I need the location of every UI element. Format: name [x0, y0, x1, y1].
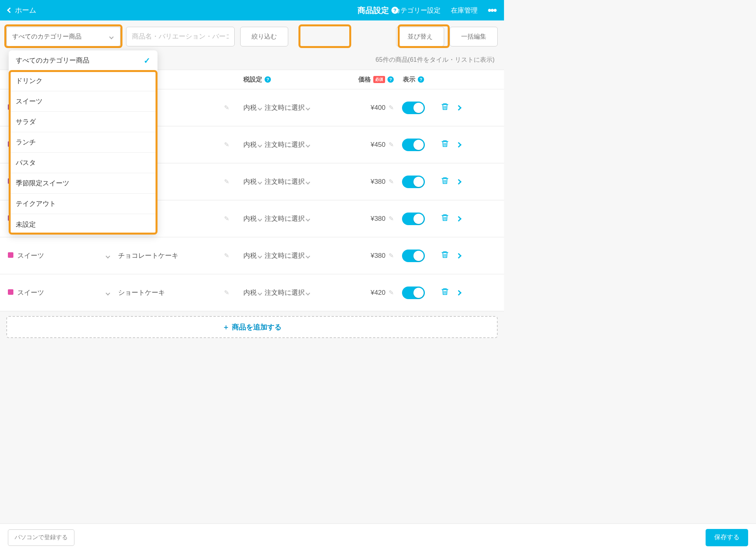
tax-timing: 注文時に選択: [265, 214, 305, 223]
add-item-label: 商品を追加する: [232, 322, 282, 332]
display-toggle[interactable]: [402, 213, 425, 225]
more-menu-icon[interactable]: •••: [488, 4, 496, 17]
tax-type: 内税: [243, 103, 257, 112]
delete-button[interactable]: [433, 213, 457, 224]
delete-button[interactable]: [433, 102, 457, 113]
dropdown-item[interactable]: スイーツ: [9, 91, 158, 112]
back-button[interactable]: ホーム: [8, 6, 36, 15]
delete-button[interactable]: [433, 250, 457, 261]
check-icon: ✓: [144, 56, 150, 65]
category-dropdown: すべてのカテゴリー商品✓ドリンクスイーツサラダランチパスタ季節限定スイーツテイク…: [9, 50, 158, 235]
price-value: ¥380: [371, 215, 385, 223]
dropdown-item-label: ドリンク: [16, 76, 43, 85]
header-nav: カテゴリー設定 在庫管理 •••: [394, 4, 496, 17]
price-value: ¥420: [371, 289, 385, 297]
chevron-down-icon: [258, 217, 262, 221]
pencil-icon: ✎: [389, 252, 394, 259]
display-cell: [394, 287, 433, 299]
dropdown-item[interactable]: パスタ: [9, 153, 158, 173]
sort-button[interactable]: 並び替え: [396, 27, 444, 46]
help-icon[interactable]: ?: [391, 7, 398, 14]
detail-arrow[interactable]: [457, 252, 472, 260]
tax-cell[interactable]: 内税 注文時に選択: [236, 140, 327, 149]
app-header: ホーム 商品設定 ? カテゴリー設定 在庫管理 •••: [0, 0, 504, 20]
tax-cell[interactable]: 内税 注文時に選択: [236, 177, 327, 186]
chevron-down-icon: [306, 143, 310, 147]
price-cell[interactable]: ¥380 ✎: [327, 215, 394, 223]
category-cell[interactable]: スイーツ: [8, 288, 118, 297]
search-input[interactable]: [126, 27, 235, 46]
dropdown-item-label: テイクアウト: [16, 199, 56, 208]
tax-timing: 注文時に選択: [265, 103, 305, 112]
chevron-right-icon: [456, 216, 461, 221]
name-cell[interactable]: ショートケーキ ✎: [118, 288, 236, 297]
delete-button[interactable]: [433, 176, 457, 187]
chevron-down-icon: [306, 254, 310, 258]
category-cell[interactable]: スイーツ: [8, 251, 118, 260]
pencil-icon: ✎: [224, 252, 229, 259]
th-tax: 税設定: [243, 76, 262, 84]
category-select[interactable]: すべてのカテゴリー商品: [6, 27, 120, 46]
tax-cell[interactable]: 内税 注文時に選択: [236, 103, 327, 112]
dropdown-item-label: サラダ: [16, 117, 36, 126]
delete-button[interactable]: [433, 139, 457, 150]
display-toggle[interactable]: [402, 139, 425, 151]
price-cell[interactable]: ¥420 ✎: [327, 289, 394, 297]
price-cell[interactable]: ¥380 ✎: [327, 178, 394, 186]
filter-button[interactable]: 絞り込む: [240, 27, 288, 46]
dropdown-item-label: 季節限定スイーツ: [16, 179, 69, 188]
filter-bar: すべてのカテゴリー商品 絞り込む 並び替え 一括編集: [0, 20, 504, 53]
nav-stock-management[interactable]: 在庫管理: [451, 6, 478, 15]
pencil-icon: ✎: [389, 104, 394, 111]
price-cell[interactable]: ¥400 ✎: [327, 104, 394, 112]
help-icon[interactable]: ?: [265, 76, 271, 83]
help-icon[interactable]: ?: [418, 76, 424, 83]
chevron-down-icon: [306, 217, 310, 221]
display-cell: [394, 139, 433, 151]
dropdown-item-label: スイーツ: [16, 97, 43, 106]
dropdown-item[interactable]: テイクアウト: [9, 194, 158, 214]
dropdown-item[interactable]: ドリンク: [9, 71, 158, 91]
name-cell[interactable]: チョコレートケーキ ✎: [118, 251, 236, 260]
chevron-down-icon: [258, 143, 262, 147]
chevron-right-icon: [456, 290, 461, 295]
price-value: ¥450: [371, 141, 385, 149]
product-name: チョコレートケーキ: [118, 251, 178, 260]
detail-arrow[interactable]: [457, 215, 472, 223]
category-color-icon: [8, 252, 13, 258]
dropdown-item[interactable]: 季節限定スイーツ: [9, 173, 158, 194]
chevron-down-icon: [258, 106, 262, 110]
chevron-down-icon: [106, 254, 110, 258]
display-toggle[interactable]: [402, 102, 425, 114]
tax-timing: 注文時に選択: [265, 288, 305, 297]
tax-cell[interactable]: 内税 注文時に選択: [236, 288, 327, 297]
display-toggle[interactable]: [402, 287, 425, 299]
dropdown-item[interactable]: 未設定: [9, 214, 158, 235]
price-cell[interactable]: ¥380 ✎: [327, 252, 394, 260]
tax-type: 内税: [243, 214, 257, 223]
detail-arrow[interactable]: [457, 104, 472, 112]
required-badge: 必須: [373, 76, 385, 83]
dropdown-item[interactable]: ランチ: [9, 132, 158, 153]
chevron-right-icon: [456, 105, 461, 110]
display-toggle[interactable]: [402, 176, 425, 188]
tax-type: 内税: [243, 288, 257, 297]
detail-arrow[interactable]: [457, 141, 472, 149]
detail-arrow[interactable]: [457, 289, 472, 297]
display-toggle[interactable]: [402, 250, 425, 262]
pencil-icon: ✎: [224, 178, 229, 185]
display-cell: [394, 213, 433, 225]
dropdown-item[interactable]: サラダ: [9, 112, 158, 132]
detail-arrow[interactable]: [457, 178, 472, 186]
price-cell[interactable]: ¥450 ✎: [327, 141, 394, 149]
tax-cell[interactable]: 内税 注文時に選択: [236, 214, 327, 223]
add-item-button[interactable]: ＋ 商品を追加する: [6, 316, 498, 338]
plus-icon: ＋: [222, 322, 230, 332]
bulk-edit-button[interactable]: 一括編集: [450, 27, 498, 46]
help-icon[interactable]: ?: [387, 76, 394, 83]
dropdown-item[interactable]: すべてのカテゴリー商品✓: [9, 50, 158, 71]
price-value: ¥380: [371, 178, 385, 186]
nav-category-settings[interactable]: カテゴリー設定: [394, 6, 441, 15]
delete-button[interactable]: [433, 287, 457, 298]
tax-cell[interactable]: 内税 注文時に選択: [236, 251, 327, 260]
